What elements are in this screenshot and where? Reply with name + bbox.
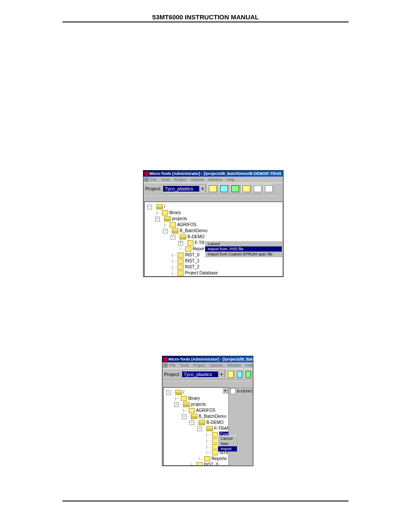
menu-window[interactable]: Window <box>209 177 222 182</box>
project-label: Project: <box>145 186 161 191</box>
menu-options[interactable]: Options <box>191 177 204 182</box>
toolbar-button-6[interactable] <box>264 184 274 193</box>
side-label-text: B-DEMO <box>237 389 252 393</box>
menu-tools[interactable]: Tools <box>161 177 170 182</box>
context-menu[interactable]: Cancel New Import <box>218 436 237 452</box>
tree-item-projects[interactable]: −··projects <box>147 216 281 222</box>
tree-root[interactable]: −··/ <box>166 389 227 395</box>
tree-label: projects <box>191 401 206 408</box>
window-title: Micro-Tools (Administrator) - [/projects… <box>168 357 253 361</box>
project-select[interactable]: Tyco_plastics ▼ <box>163 184 206 193</box>
folder-icon <box>204 456 210 461</box>
context-import[interactable]: Import <box>218 446 237 451</box>
menu-file[interactable]: File <box>169 363 176 367</box>
context-menu[interactable]: Cancel Import from .PSS file Import from… <box>205 241 282 257</box>
tree-item-library[interactable]: ├···library <box>147 210 281 216</box>
folder-icon <box>189 408 195 413</box>
tree-item-reports[interactable]: └···Reports <box>166 456 227 462</box>
window-title: Micro-Tools (Administrator) - [/projects… <box>149 171 281 176</box>
menu-project[interactable]: Project <box>193 363 206 367</box>
tree-label: F-TRAN Programs <box>214 426 229 432</box>
menu-bar: File Tools Project Options Window Help <box>162 362 253 368</box>
folder-icon <box>177 271 184 276</box>
tree-item-projects[interactable]: −··projects <box>166 401 227 408</box>
tree-label: B_BatchDemo <box>199 414 226 420</box>
tree-item-bdemo[interactable]: −··B-DEMO <box>166 420 227 426</box>
tree-item-inst1[interactable]: ├···INST_1 <box>147 258 281 264</box>
project-select[interactable]: Tyco_plastics ▼ <box>182 370 225 379</box>
menu-help[interactable]: Help <box>246 363 253 367</box>
tree-item-batchdemo[interactable]: −··B_BatchDemo <box>147 228 281 234</box>
context-import-pss[interactable]: Import from .PSS file <box>205 246 282 252</box>
tree-label: / <box>164 204 165 210</box>
toolbar-button-2[interactable] <box>236 370 243 379</box>
project-label: Project: <box>164 372 180 377</box>
folder-icon <box>156 204 163 209</box>
tree-item-include-files[interactable]: └···Include Files <box>147 276 281 277</box>
mdi-icon[interactable] <box>144 177 149 182</box>
mdi-icon[interactable] <box>163 363 168 367</box>
tree-item-batchdemo[interactable]: −··B_BatchDemo <box>166 414 227 420</box>
window-titlebar[interactable]: Micro-Tools (Administrator) - [/projects… <box>143 171 283 177</box>
tree-item-ftran[interactable]: −··F-TRAN Programs <box>166 426 227 432</box>
side-document-label[interactable]: B-DEMO <box>230 388 252 394</box>
tree-item-inst2[interactable]: ├···INST_2 <box>147 264 281 270</box>
screenshot-2: Micro-Tools (Administrator) - [/projects… <box>162 356 253 466</box>
menu-window[interactable]: Window <box>227 363 241 367</box>
folder-icon <box>180 234 186 240</box>
folder-icon <box>177 264 184 270</box>
folder-icon <box>177 252 184 258</box>
folder-icon <box>212 450 218 455</box>
tree-panel: ▲ −··/ ├···library −··projects ├···AGRIF… <box>163 387 229 466</box>
folder-icon <box>170 222 176 227</box>
context-cancel[interactable]: Cancel <box>205 241 282 246</box>
tree-item-inst0[interactable]: ├···INST_0 <box>166 462 227 466</box>
context-new[interactable]: New <box>218 441 237 446</box>
folder-tree[interactable]: −··/ ├···library −··projects ├···AGRIFOS… <box>145 202 283 277</box>
menu-file[interactable]: File <box>150 177 157 182</box>
tree-label: B-DEMO <box>206 420 224 426</box>
menu-help[interactable]: Help <box>227 177 235 182</box>
toolbar-button-3[interactable] <box>230 184 240 193</box>
tree-item-agrifos[interactable]: ├···AGRIFOS <box>147 222 281 228</box>
folder-icon <box>164 216 171 221</box>
scroll-up-button[interactable]: ▲ <box>222 388 228 394</box>
folder-icon <box>183 402 190 407</box>
tree-label: / <box>183 389 184 395</box>
tree-label: INST_0 <box>204 462 218 466</box>
tree-label: AGRIFOS <box>196 408 215 414</box>
tree-label: INST_0 <box>185 252 199 258</box>
toolbar-button-1[interactable] <box>227 370 234 379</box>
menu-options[interactable]: Options <box>210 363 223 367</box>
tree-label: B-DEMO <box>187 234 205 240</box>
chevron-down-icon[interactable]: ▼ <box>199 185 206 192</box>
folder-icon <box>196 462 202 466</box>
tree-root[interactable]: −··/ <box>147 204 281 210</box>
folder-icon <box>191 414 197 419</box>
tree-label: B_BatchDemo <box>180 228 207 234</box>
tree-item-project-database[interactable]: ├···Project Database <box>147 270 281 276</box>
toolbar-button-4[interactable] <box>241 184 252 193</box>
chevron-down-icon[interactable]: ▼ <box>218 371 224 378</box>
folder-icon <box>175 390 182 395</box>
folder-tree[interactable]: −··/ ├···library −··projects ├···AGRIFOS… <box>164 388 228 466</box>
tree-label: projects <box>172 216 187 222</box>
toolbar-button-2[interactable] <box>219 184 229 193</box>
window-titlebar[interactable]: Micro-Tools (Administrator) - [/projects… <box>162 356 253 362</box>
tree-item-bdemo[interactable]: −··B-DEMO <box>147 234 281 240</box>
context-cancel[interactable]: Cancel <box>218 436 237 441</box>
tree-label: library <box>169 210 181 216</box>
menu-bar: File Tools Project Options Window Help <box>143 177 283 183</box>
tree-item-library[interactable]: ├···library <box>166 395 227 401</box>
context-import-eprom[interactable]: Import from Custom EPROM spec file <box>205 252 282 257</box>
tree-label: INST_1 <box>185 258 199 264</box>
folder-icon <box>212 444 218 449</box>
toolbar-button-3[interactable] <box>244 370 252 379</box>
toolbar-button-5[interactable] <box>252 184 263 193</box>
tree-label: Project Database <box>185 270 218 276</box>
screenshot-1: Micro-Tools (Administrator) - [/projects… <box>143 170 283 277</box>
menu-tools[interactable]: Tools <box>180 363 189 367</box>
menu-project[interactable]: Project <box>174 177 187 182</box>
tree-item-agrifos[interactable]: ├···AGRIFOS <box>166 408 227 414</box>
toolbar-button-1[interactable] <box>208 184 218 193</box>
